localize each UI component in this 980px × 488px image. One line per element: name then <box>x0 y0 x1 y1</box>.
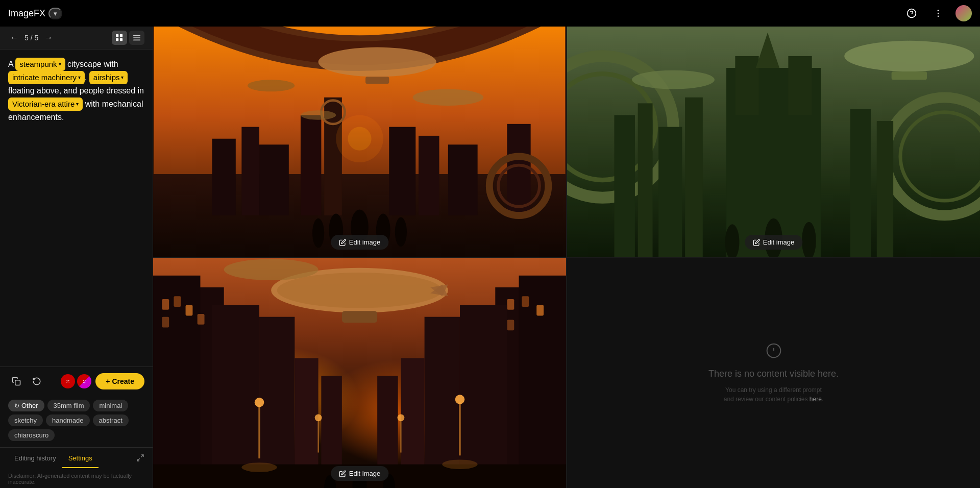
grid-icon <box>116 34 123 41</box>
edit-icon-2 <box>753 239 760 246</box>
list-view-button[interactable] <box>129 31 144 45</box>
app-dropdown[interactable]: ▾ <box>48 8 62 19</box>
svg-rect-77 <box>198 314 205 325</box>
scene-2-svg <box>567 27 980 257</box>
prev-page-button[interactable]: ← <box>8 32 20 43</box>
svg-rect-7 <box>116 38 118 41</box>
svg-point-107 <box>241 462 277 472</box>
svg-rect-82 <box>536 305 544 316</box>
svg-rect-22 <box>241 127 259 215</box>
copy-icon <box>12 377 21 386</box>
svg-rect-24 <box>301 115 321 215</box>
svg-rect-80 <box>507 299 514 310</box>
prompt-area: A steampunk▾ cityscape with intricate ma… <box>0 50 153 367</box>
svg-point-105 <box>224 259 318 280</box>
svg-rect-83 <box>507 320 514 330</box>
create-button[interactable]: + Create <box>95 373 144 389</box>
action-row: + Create <box>8 373 144 389</box>
style-tag-35mm[interactable]: 35mm film <box>47 400 90 411</box>
svg-rect-102 <box>342 311 377 323</box>
expand-icon <box>136 454 144 462</box>
prompt-prefix: A <box>8 60 15 68</box>
style-tag-sketchy[interactable]: sketchy <box>8 414 43 426</box>
edit-image-button-3[interactable]: Edit image <box>331 466 388 481</box>
svg-rect-81 <box>522 296 529 307</box>
tabs-bar: Editing history Settings <box>0 447 153 470</box>
help-button[interactable] <box>902 4 921 22</box>
edit-icon-1 <box>339 239 346 246</box>
svg-point-40 <box>413 89 484 106</box>
style-tag-abstract[interactable]: abstract <box>93 414 129 426</box>
disclaimer: Disclaimer: AI-generated content may be … <box>0 470 153 488</box>
svg-rect-29 <box>448 144 478 215</box>
svg-rect-12 <box>15 380 20 385</box>
svg-rect-39 <box>365 77 389 84</box>
more-button[interactable] <box>929 4 947 22</box>
svg-rect-76 <box>186 305 193 316</box>
prompt-tag-victorian[interactable]: Victorian-era attire▾ <box>8 97 83 111</box>
happy-icon <box>81 378 88 385</box>
app-title: ImageFX <box>8 8 45 19</box>
style-tag-chiaroscuro[interactable]: chiaroscuro <box>8 429 55 441</box>
no-content-subtitle: You can try using a different prompt and… <box>724 385 823 404</box>
main-layout: ← 5 / 5 → <box>0 27 980 488</box>
copy-button[interactable] <box>8 373 24 389</box>
prompt-tag-steampunk[interactable]: steampunk▾ <box>15 58 65 71</box>
list-icon <box>133 34 140 41</box>
svg-point-42 <box>301 110 336 119</box>
next-page-button[interactable]: → <box>42 32 55 43</box>
svg-rect-84 <box>212 305 259 488</box>
topbar-left: ImageFX ▾ <box>8 8 62 19</box>
svg-line-17 <box>141 455 143 457</box>
svg-rect-30 <box>507 124 530 215</box>
avatar[interactable] <box>955 5 972 21</box>
style-tag-minimal[interactable]: minimal <box>93 400 128 411</box>
image-grid: Edit image <box>153 27 980 488</box>
refresh-icon: ↻ <box>14 402 19 409</box>
svg-rect-11 <box>133 40 140 41</box>
content-policies-link[interactable]: here <box>810 396 822 403</box>
prompt-word3: , <box>85 73 89 82</box>
edit-image-button-2[interactable]: Edit image <box>745 235 802 250</box>
style-tag-other[interactable]: ↻ Other <box>8 400 44 411</box>
svg-rect-73 <box>162 299 169 310</box>
image-cell-1: Edit image <box>153 27 566 257</box>
svg-rect-21 <box>212 139 236 215</box>
svg-point-15 <box>83 380 84 381</box>
bottom-actions: + Create <box>0 367 153 396</box>
tab-settings[interactable]: Settings <box>62 449 99 468</box>
svg-rect-9 <box>133 35 140 36</box>
svg-point-13 <box>67 380 68 381</box>
reset-icon <box>32 377 41 386</box>
help-icon <box>906 8 917 18</box>
svg-rect-85 <box>259 317 295 488</box>
prompt-tag-machinery[interactable]: intricate machinery▾ <box>8 71 85 84</box>
pagination-bar: ← 5 / 5 → <box>0 27 153 50</box>
svg-point-97 <box>315 414 322 421</box>
svg-point-33 <box>312 218 324 248</box>
svg-point-93 <box>255 398 264 407</box>
svg-rect-10 <box>133 37 140 38</box>
style-tag-handmade[interactable]: handmade <box>46 414 89 426</box>
svg-rect-28 <box>419 136 439 215</box>
prompt-tag-airships[interactable]: airships▾ <box>89 71 128 84</box>
svg-point-4 <box>938 16 939 17</box>
svg-point-16 <box>85 380 86 381</box>
emoji-negative <box>61 374 75 388</box>
svg-rect-66 <box>567 27 980 257</box>
image-cell-3: Edit image <box>153 258 566 488</box>
image-cell-2: Edit image <box>567 27 980 257</box>
svg-point-14 <box>68 380 69 381</box>
emoji-positive <box>77 374 91 388</box>
tab-editing-history[interactable]: Editing history <box>8 449 62 468</box>
svg-point-37 <box>395 217 407 247</box>
grid-view-button[interactable] <box>112 31 127 45</box>
svg-point-41 <box>248 80 295 91</box>
tabs-expand-button[interactable] <box>136 454 144 464</box>
topbar-right <box>902 4 972 22</box>
edit-image-button-1[interactable]: Edit image <box>331 235 388 250</box>
edit-icon-3 <box>339 470 346 477</box>
svg-line-18 <box>137 458 140 461</box>
prompt-cityscape: cityscape <box>67 60 104 68</box>
reset-button[interactable] <box>29 373 45 389</box>
